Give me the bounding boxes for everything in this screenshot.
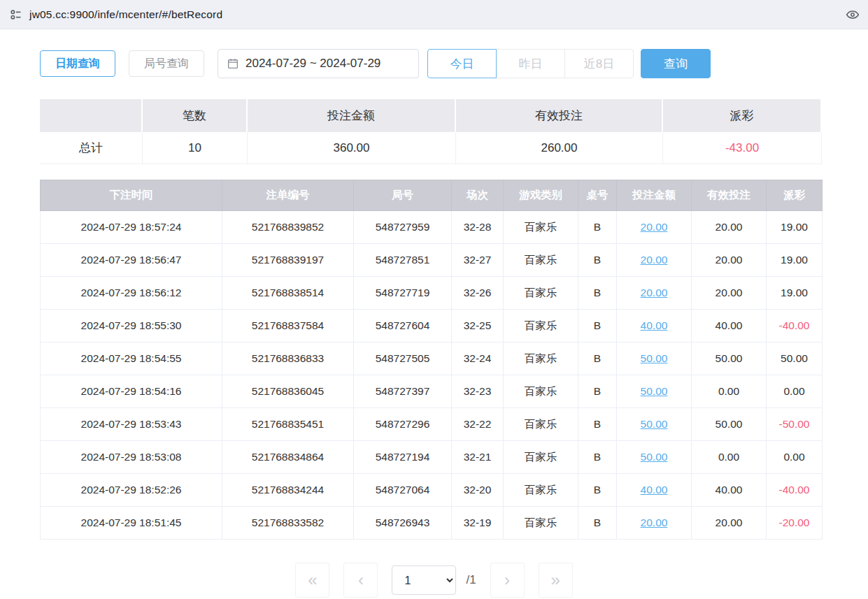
bet-table-header: 下注时间 注单编号 局号 场次 游戏类别 桌号 投注金额 有效投注 派彩 bbox=[41, 180, 823, 211]
table-row: 2024-07-29 18:54:16 521768836045 5487273… bbox=[41, 375, 823, 408]
cell-round-no: 548727064 bbox=[354, 474, 452, 507]
summary-header-bet-amount: 投注金额 bbox=[248, 99, 456, 132]
summary-header-valid-bet: 有效投注 bbox=[456, 99, 663, 132]
header-bet-amount: 投注金额 bbox=[617, 180, 692, 211]
yesterday-button[interactable]: 昨日 bbox=[496, 49, 565, 78]
cell-round-no: 548727296 bbox=[354, 408, 452, 441]
first-page-button[interactable]: « bbox=[295, 563, 329, 598]
cell-table-no: B bbox=[578, 244, 617, 277]
today-button[interactable]: 今日 bbox=[427, 49, 497, 78]
cell-round-no: 548727851 bbox=[354, 244, 452, 277]
cell-game-type: 百家乐 bbox=[504, 408, 578, 441]
cell-game-type: 百家乐 bbox=[504, 211, 578, 244]
cell-bet-amount: 50.00 bbox=[617, 375, 692, 408]
bet-amount-link[interactable]: 20.00 bbox=[641, 287, 668, 298]
date-range-picker[interactable]: 2024-07-29 ~ 2024-07-29 bbox=[218, 49, 419, 78]
cell-bet-no: 521768834244 bbox=[222, 474, 354, 507]
cell-bet-amount: 50.00 bbox=[617, 408, 692, 441]
browser-url-bar: jw05.cc:9900/infe/mcenter/#/betRecord bbox=[0, 0, 868, 29]
browser-profile-icon[interactable] bbox=[8, 7, 24, 22]
cell-payout: -50.00 bbox=[767, 408, 823, 441]
cell-payout: -40.00 bbox=[767, 474, 823, 507]
cell-bet-time: 2024-07-29 18:52:26 bbox=[41, 474, 222, 507]
header-payout: 派彩 bbox=[767, 180, 823, 211]
cell-payout: 50.00 bbox=[767, 342, 823, 375]
next-page-button[interactable]: › bbox=[490, 563, 525, 598]
cell-valid-bet: 20.00 bbox=[692, 277, 767, 310]
search-button[interactable]: 查询 bbox=[641, 49, 711, 78]
bet-amount-link[interactable]: 40.00 bbox=[641, 484, 668, 496]
cell-game-type: 百家乐 bbox=[504, 310, 578, 342]
url-text[interactable]: jw05.cc:9900/infe/mcenter/#/betRecord bbox=[29, 8, 222, 21]
summary-count-value: 10 bbox=[143, 132, 248, 164]
calendar-icon bbox=[227, 57, 239, 70]
cell-bet-time: 2024-07-29 18:53:43 bbox=[41, 408, 222, 441]
date-query-tab-button[interactable]: 日期查询 bbox=[40, 50, 115, 77]
round-query-tab-button[interactable]: 局号查询 bbox=[129, 50, 204, 77]
bet-amount-link[interactable]: 40.00 bbox=[641, 319, 668, 331]
cell-bet-no: 521768836045 bbox=[222, 375, 354, 408]
bet-amount-link[interactable]: 20.00 bbox=[641, 254, 668, 266]
bet-amount-link[interactable]: 20.00 bbox=[641, 517, 668, 528]
last-page-button[interactable]: » bbox=[539, 563, 573, 598]
cell-bet-no: 521768839197 bbox=[222, 244, 354, 277]
cell-bet-amount: 50.00 bbox=[617, 441, 692, 474]
cell-round-no: 548727194 bbox=[354, 441, 452, 474]
preview-eye-icon[interactable] bbox=[846, 8, 860, 22]
cell-game-type: 百家乐 bbox=[504, 507, 578, 540]
cell-bet-amount: 20.00 bbox=[617, 244, 692, 277]
cell-valid-bet: 40.00 bbox=[692, 474, 767, 507]
cell-game-type: 百家乐 bbox=[504, 342, 578, 375]
cell-session: 32-23 bbox=[452, 375, 504, 408]
cell-game-type: 百家乐 bbox=[504, 474, 578, 507]
cell-bet-no: 521768839852 bbox=[222, 211, 354, 244]
header-table-no: 桌号 bbox=[578, 180, 617, 211]
cell-session: 32-21 bbox=[452, 441, 504, 474]
cell-valid-bet: 0.00 bbox=[692, 375, 767, 408]
cell-round-no: 548727505 bbox=[354, 342, 452, 375]
header-round-no: 局号 bbox=[354, 180, 452, 211]
page-total-label: /1 bbox=[466, 573, 476, 587]
header-bet-no: 注单编号 bbox=[222, 180, 354, 211]
cell-bet-time: 2024-07-29 18:54:55 bbox=[41, 342, 222, 375]
cell-round-no: 548727959 bbox=[354, 211, 452, 244]
prev-page-button[interactable]: ‹ bbox=[343, 563, 378, 598]
last-8-days-button[interactable]: 近8日 bbox=[564, 49, 634, 78]
cell-table-no: B bbox=[578, 342, 617, 375]
page-select[interactable]: 1 bbox=[392, 565, 456, 595]
table-row: 2024-07-29 18:53:43 521768835451 5487272… bbox=[41, 408, 823, 441]
quick-range-group: 今日 昨日 近8日 bbox=[427, 49, 634, 78]
cell-bet-time: 2024-07-29 18:57:24 bbox=[41, 211, 222, 244]
summary-payout-value: -43.00 bbox=[663, 132, 822, 164]
header-valid-bet: 有效投注 bbox=[692, 180, 767, 211]
table-row: 2024-07-29 18:53:08 521768834864 5487271… bbox=[41, 441, 823, 474]
bet-amount-link[interactable]: 50.00 bbox=[641, 352, 668, 364]
summary-total-label: 总计 bbox=[40, 132, 143, 164]
bet-amount-link[interactable]: 50.00 bbox=[641, 385, 668, 397]
cell-bet-amount: 40.00 bbox=[617, 310, 692, 342]
summary-valid-bet-value: 260.00 bbox=[456, 132, 663, 164]
cell-payout: 0.00 bbox=[767, 441, 823, 474]
cell-bet-amount: 20.00 bbox=[617, 211, 692, 244]
cell-table-no: B bbox=[578, 408, 617, 441]
cell-payout: -20.00 bbox=[767, 507, 823, 540]
cell-bet-no: 521768834864 bbox=[222, 441, 354, 474]
cell-bet-time: 2024-07-29 18:51:45 bbox=[41, 507, 222, 540]
cell-bet-no: 521768835451 bbox=[222, 408, 354, 441]
table-row: 2024-07-29 18:56:47 521768839197 5487278… bbox=[41, 244, 823, 277]
cell-payout: 19.00 bbox=[767, 244, 823, 277]
cell-round-no: 548727719 bbox=[354, 277, 452, 310]
cell-bet-amount: 40.00 bbox=[617, 474, 692, 507]
summary-header-blank bbox=[40, 99, 143, 132]
bet-amount-link[interactable]: 50.00 bbox=[641, 418, 668, 430]
cell-bet-amount: 20.00 bbox=[617, 507, 692, 540]
cell-bet-time: 2024-07-29 18:55:30 bbox=[41, 310, 222, 342]
cell-session: 32-20 bbox=[452, 474, 504, 507]
cell-table-no: B bbox=[578, 507, 617, 540]
bet-amount-link[interactable]: 50.00 bbox=[641, 451, 668, 463]
cell-session: 32-28 bbox=[452, 211, 504, 244]
header-bet-time: 下注时间 bbox=[41, 180, 222, 211]
bet-amount-link[interactable]: 20.00 bbox=[641, 221, 668, 233]
cell-valid-bet: 20.00 bbox=[692, 211, 767, 244]
cell-session: 32-25 bbox=[452, 310, 504, 342]
